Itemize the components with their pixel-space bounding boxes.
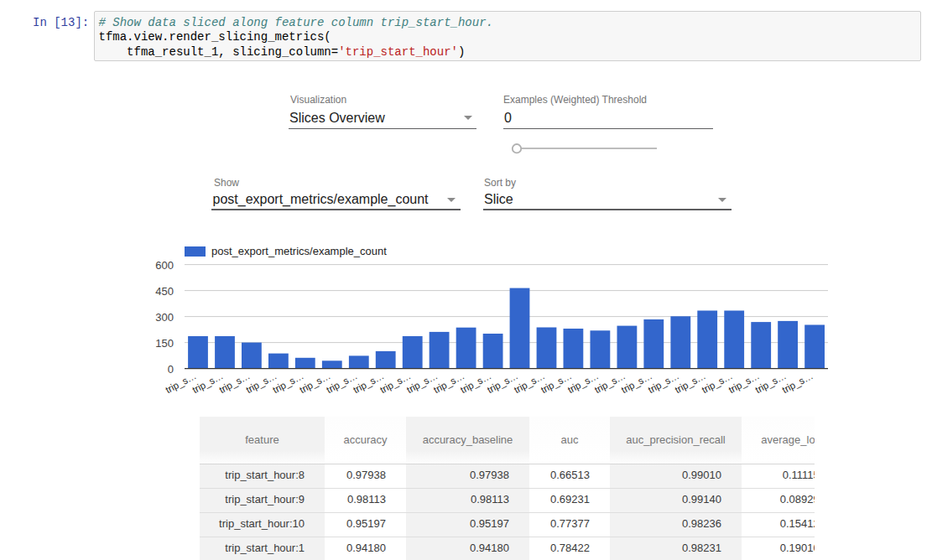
svg-text:150: 150 <box>155 337 174 350</box>
svg-text:0: 0 <box>168 363 174 376</box>
svg-text:450: 450 <box>155 285 174 298</box>
svg-text:post_export_metrics/example_co: post_export_metrics/example_count <box>211 245 387 257</box>
svg-text:600: 600 <box>155 259 174 272</box>
svg-text:300: 300 <box>155 311 174 324</box>
svg-text:trip_s…: trip_s… <box>780 371 815 395</box>
